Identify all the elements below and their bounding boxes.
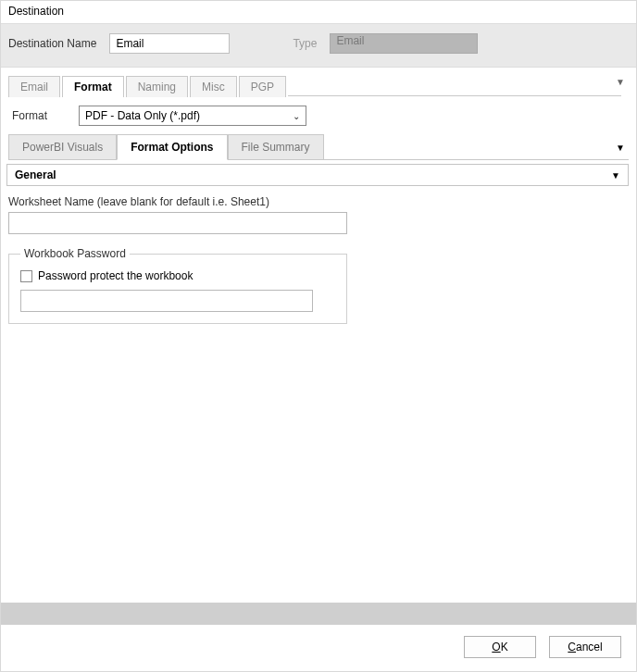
section-general-title: General <box>15 168 56 181</box>
password-protect-label: Password protect the workbook <box>38 269 193 282</box>
main-tabs: Email Format Naming Misc PGP ▼ <box>1 68 636 96</box>
tab-naming[interactable]: Naming <box>126 76 188 97</box>
format-row: Format PDF - Data Only (*.pdf) ⌄ <box>1 96 636 133</box>
section-general-header[interactable]: General ▼ <box>6 164 629 186</box>
ok-button[interactable]: OK <box>464 636 536 658</box>
dialog-buttons: OK Cancel <box>1 625 636 671</box>
chevron-down-icon: ⌄ <box>293 111 300 121</box>
destination-name-input[interactable] <box>109 33 230 54</box>
subtab-file-summary[interactable]: File Summary <box>228 134 324 160</box>
workbook-password-legend: Workbook Password <box>20 247 130 260</box>
format-select[interactable]: PDF - Data Only (*.pdf) ⌄ <box>79 106 306 126</box>
password-protect-checkbox[interactable] <box>20 270 32 282</box>
chevron-down-icon: ▼ <box>611 170 620 180</box>
tab-misc[interactable]: Misc <box>190 76 237 97</box>
sub-tabs: PowerBI Visuals Format Options File Summ… <box>1 133 636 159</box>
content-area: Worksheet Name (leave blank for default … <box>1 186 636 603</box>
tab-pgp[interactable]: PGP <box>239 76 286 97</box>
tab-email[interactable]: Email <box>8 76 60 97</box>
subtab-format-options[interactable]: Format Options <box>117 134 227 160</box>
chevron-down-icon[interactable]: ▼ <box>616 143 625 153</box>
type-select: Email <box>330 33 478 54</box>
subtab-powerbi-visuals[interactable]: PowerBI Visuals <box>8 134 117 160</box>
destination-name-label: Destination Name <box>8 37 96 50</box>
format-select-value: PDF - Data Only (*.pdf) <box>85 109 200 122</box>
type-label: Type <box>293 37 317 50</box>
window-title: Destination <box>1 1 636 23</box>
worksheet-name-label: Worksheet Name (leave blank for default … <box>8 195 629 208</box>
workbook-password-input[interactable] <box>20 290 313 312</box>
cancel-button[interactable]: Cancel <box>549 636 621 658</box>
header-strip: Destination Name Type Email <box>1 23 636 68</box>
chevron-down-icon[interactable]: ▼ <box>616 77 625 87</box>
workbook-password-group: Workbook Password Password protect the w… <box>8 247 347 324</box>
type-value: Email <box>336 34 364 47</box>
tab-format[interactable]: Format <box>62 76 124 97</box>
format-label: Format <box>12 109 47 122</box>
footer-strip <box>1 603 636 625</box>
worksheet-name-input[interactable] <box>8 212 347 234</box>
